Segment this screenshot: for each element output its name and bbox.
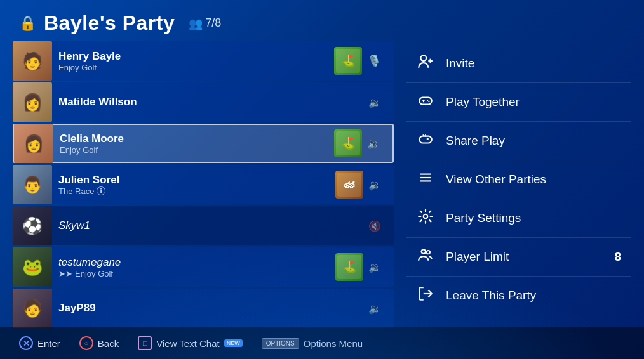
text-chat-button[interactable]: □ View Text Chat NEW [138, 336, 243, 350]
avatar: 👩 [13, 82, 52, 122]
player-count-icon: 👥 [189, 16, 203, 30]
party-member-skyw1[interactable]: ⚽ Skyw1 🔇 [13, 206, 394, 245]
avatar: 🧑 [13, 289, 52, 328]
member-info: JayP89 [52, 302, 368, 315]
enter-button[interactable]: ✕ Enter [19, 336, 60, 350]
member-icons: 🏎 🔉 [335, 171, 386, 199]
menu-label-invite: Invite [446, 56, 621, 70]
square-icon: □ [138, 336, 152, 350]
avatar: 👨 [13, 165, 52, 204]
member-game: The Race ℹ [58, 186, 329, 196]
avatar: 🧑 [13, 41, 52, 81]
member-info: Matilde Willson [52, 96, 368, 108]
menu-label-share-play: Share Play [446, 134, 621, 148]
avatar: 👩 [14, 124, 53, 163]
menu-label-leave-party: Leave This Party [446, 289, 621, 303]
party-member-jayp89[interactable]: 🧑 JayP89 🔉 [13, 289, 394, 328]
svg-rect-11 [419, 98, 432, 105]
menu-item-play-together[interactable]: Play Together [406, 83, 631, 122]
member-name: Skyw1 [58, 219, 362, 232]
speaker-icon: 🔉 [368, 303, 381, 315]
options-badge: OPTIONS [262, 338, 299, 349]
new-badge: NEW [224, 339, 243, 347]
menu-icon-view-other-parties [417, 169, 434, 190]
speaker-muted-icon: 🔇 [368, 220, 381, 232]
menu-item-invite[interactable]: Invite [406, 44, 631, 83]
member-icons: 🔇 [368, 220, 386, 232]
member-info: Skyw1 [52, 219, 368, 232]
svg-point-14 [427, 100, 428, 101]
options-label: Options Menu [304, 338, 363, 349]
svg-point-17 [427, 138, 429, 140]
member-name: Clelia Moore [60, 133, 328, 145]
member-icons: 🔉 [368, 96, 386, 108]
party-title: Bayle's Party [44, 11, 175, 35]
party-member-henry[interactable]: 🧑 Henry Bayle Enjoy Golf ⛳ 🎙️ [13, 41, 394, 81]
options-menu-button[interactable]: OPTIONS Options Menu [262, 338, 363, 349]
svg-text:⛳: ⛳ [341, 136, 356, 150]
party-member-clelia[interactable]: 👩 Clelia Moore Enjoy Golf ⛳ 🔉 [13, 124, 394, 163]
member-game: Enjoy Golf [58, 63, 328, 72]
member-name: Henry Bayle [58, 50, 328, 63]
speaker-icon: 🔉 [368, 96, 381, 108]
member-info: Julien Sorel The Race ℹ [52, 174, 335, 196]
info-icon: ℹ [97, 186, 105, 195]
party-member-matilde[interactable]: 👩 Matilde Willson 🔉 [13, 82, 394, 122]
menu-label-view-other-parties: View Other Parties [446, 173, 621, 186]
player-count: 👥 7/8 [189, 16, 221, 30]
menu-label-party-settings: Party Settings [446, 211, 621, 225]
menu-icon-share-play [417, 131, 434, 151]
svg-text:⛳: ⛳ [341, 54, 356, 68]
player-count-value: 7/8 [205, 16, 221, 30]
member-name: Julien Sorel [58, 174, 329, 186]
menu-panel: Invite Play Together Share Play View Oth… [406, 41, 631, 318]
menu-item-party-settings[interactable]: Party Settings [406, 199, 631, 238]
member-icons: ⛳ 🎙️ [334, 47, 386, 75]
member-icons: 🔉 [368, 303, 386, 315]
menu-label-player-limit: Player Limit [446, 250, 603, 264]
menu-icon-play-together [417, 92, 434, 112]
member-icons: ⛳ 🔉 [335, 253, 386, 281]
menu-item-share-play[interactable]: Share Play [406, 122, 631, 160]
svg-point-23 [422, 249, 426, 254]
svg-point-22 [424, 214, 428, 219]
svg-point-15 [428, 101, 429, 102]
game-thumbnail: ⛳ [334, 129, 362, 157]
cross-icon: ✕ [19, 336, 33, 350]
avatar: ⚽ [13, 206, 52, 245]
member-info: testumegane ➤➤ Enjoy Golf [52, 256, 335, 278]
page-header: 🔒 Bayle's Party 👥 7/8 [0, 0, 644, 41]
menu-item-leave-party[interactable]: Leave This Party [406, 277, 631, 315]
mic-icon: 🎙️ [367, 54, 381, 68]
member-name: testumegane [58, 256, 329, 269]
party-member-julien[interactable]: 👨 Julien Sorel The Race ℹ 🏎 🔉 [13, 165, 394, 204]
party-member-testumegane[interactable]: 🐸 testumegane ➤➤ Enjoy Golf ⛳ 🔉 [13, 247, 394, 287]
main-layout: 🧑 Henry Bayle Enjoy Golf ⛳ 🎙️ 👩 Matilde … [0, 41, 644, 318]
text-chat-label: View Text Chat [156, 338, 220, 349]
member-game: ➤➤ Enjoy Golf [58, 269, 329, 278]
svg-text:⛳: ⛳ [342, 260, 357, 274]
game-thumbnail: ⛳ [335, 253, 363, 281]
speaker-icon: 🔉 [367, 138, 380, 150]
game-thumbnail: ⛳ [334, 47, 362, 75]
follow-arrow: ➤➤ [58, 269, 72, 278]
member-name: Matilde Willson [58, 96, 362, 108]
menu-icon-player-limit [417, 247, 434, 267]
menu-icon-party-settings [417, 208, 434, 228]
svg-text:🏎: 🏎 [344, 178, 355, 191]
menu-item-view-other-parties[interactable]: View Other Parties [406, 160, 631, 199]
enter-label: Enter [37, 338, 60, 349]
back-button[interactable]: ○ Back [79, 336, 119, 350]
party-list: 🧑 Henry Bayle Enjoy Golf ⛳ 🎙️ 👩 Matilde … [13, 41, 394, 318]
menu-item-player-limit[interactable]: Player Limit 8 [406, 238, 631, 277]
back-label: Back [98, 338, 119, 349]
bottom-bar: ✕ Enter ○ Back □ View Text Chat NEW OPTI… [0, 327, 644, 359]
member-info: Clelia Moore Enjoy Golf [53, 133, 334, 155]
menu-icon-leave-party [417, 285, 434, 306]
svg-rect-16 [419, 136, 432, 143]
menu-icon-invite [417, 53, 434, 74]
circle-icon: ○ [79, 336, 93, 350]
member-icons: ⛳ 🔉 [334, 129, 385, 157]
lock-icon: 🔒 [19, 15, 36, 32]
speaker-icon: 🔉 [368, 261, 381, 273]
